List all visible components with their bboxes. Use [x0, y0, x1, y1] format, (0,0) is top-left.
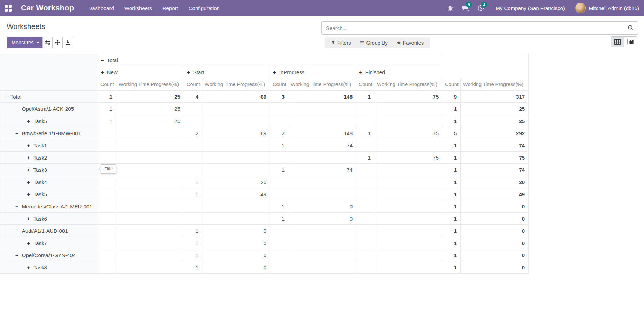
- collapse-icon[interactable]: −: [15, 106, 18, 112]
- pivot-measure-header[interactable]: Count: [442, 78, 461, 91]
- pivot-cell: [288, 249, 356, 261]
- pivot-row-header[interactable]: −Opel/Corsa/1-SYN-404: [0, 249, 98, 261]
- search-input[interactable]: [322, 25, 628, 31]
- expand-icon[interactable]: +: [27, 155, 30, 161]
- collapse-icon[interactable]: −: [4, 94, 7, 100]
- pivot-col-group-new[interactable]: +New: [98, 66, 184, 78]
- pivot-cell: [116, 127, 184, 139]
- pivot-view-button[interactable]: [611, 36, 624, 47]
- expand-icon[interactable]: +: [27, 167, 30, 173]
- pivot-cell: [98, 261, 116, 274]
- collapse-icon[interactable]: −: [15, 130, 18, 136]
- pivot-row-header[interactable]: +Task2: [0, 152, 98, 164]
- pivot-cell: [374, 200, 442, 213]
- pivot-col-group-finished[interactable]: +Finished: [356, 66, 442, 78]
- pivot-cell: [374, 103, 442, 115]
- pivot-measure-header[interactable]: Count: [98, 78, 116, 91]
- pivot-row-header[interactable]: +Task5: [0, 115, 98, 127]
- pivot-cell: 292: [461, 127, 529, 139]
- debug-bug-icon[interactable]: [443, 0, 457, 16]
- messages-badge: 9: [466, 2, 472, 8]
- pivot-row-header[interactable]: −Mercedes/Class A/1-MER-001: [0, 200, 98, 213]
- pivot-row-header[interactable]: +Task5: [0, 188, 98, 200]
- pivot-cell: 0: [461, 200, 529, 213]
- group-by-button[interactable]: Group By: [355, 37, 392, 48]
- expand-icon[interactable]: +: [27, 191, 30, 197]
- pivot-cell: [98, 127, 116, 139]
- pivot-cell: 5: [442, 127, 461, 139]
- pivot-row-header[interactable]: −Audi/A1/1-AUD-001: [0, 225, 98, 237]
- pivot-cell: [356, 249, 374, 261]
- expand-icon[interactable]: +: [27, 216, 30, 222]
- expand-icon[interactable]: +: [27, 179, 30, 185]
- pivot-grid-icon: [614, 39, 621, 45]
- nav-menu-item-configuration[interactable]: Configuration: [183, 0, 225, 16]
- pivot-row-header[interactable]: −Total: [0, 91, 98, 103]
- pivot-measure-header[interactable]: Working Time Progress(%): [202, 78, 270, 91]
- pivot-row-header[interactable]: +Task6: [0, 213, 98, 225]
- pivot-measure-header[interactable]: Count: [184, 78, 202, 91]
- favorites-button[interactable]: ★ Favorites: [392, 37, 428, 48]
- graph-view-button[interactable]: [624, 36, 637, 47]
- user-menu[interactable]: Mitchell Admin (db15): [575, 3, 639, 13]
- pivot-measure-header[interactable]: Working Time Progress(%): [374, 78, 442, 91]
- expand-icon[interactable]: +: [27, 143, 30, 148]
- measures-button[interactable]: Measures: [7, 37, 44, 48]
- row-label: Bmw/Serie 1/1-BMW-001: [22, 130, 81, 136]
- pivot-cell: [202, 139, 270, 152]
- expand-icon[interactable]: +: [27, 118, 30, 124]
- download-button[interactable]: [62, 37, 73, 48]
- pivot-cell: [116, 213, 184, 225]
- pivot-row-header[interactable]: +Task4: [0, 176, 98, 188]
- expand-all-button[interactable]: [52, 37, 63, 48]
- collapse-icon[interactable]: −: [15, 252, 18, 258]
- col-group-label: Total: [107, 57, 118, 63]
- pivot-cell: 2: [270, 127, 288, 139]
- pivot-row-header[interactable]: +Task1: [0, 139, 98, 152]
- nav-menu-item-report[interactable]: Report: [157, 0, 183, 16]
- pivot-corner-header: [0, 54, 98, 91]
- collapse-icon[interactable]: −: [15, 204, 18, 209]
- pivot-col-group-total[interactable]: −Total: [98, 54, 442, 66]
- pivot-col-group-start[interactable]: +Start: [184, 66, 270, 78]
- activities-clock-icon[interactable]: 4: [474, 0, 488, 16]
- pivot-cell: 1: [98, 103, 116, 115]
- pivot-cell: [356, 200, 374, 213]
- pivot-cell: 1: [184, 237, 202, 249]
- pivot-row-header[interactable]: +Task8: [0, 261, 98, 274]
- pivot-row-header[interactable]: +Task7: [0, 237, 98, 249]
- pivot-row-header[interactable]: −Opel/Astra/1-ACK-205: [0, 103, 98, 115]
- flip-axis-button[interactable]: [42, 37, 53, 48]
- apps-menu-icon[interactable]: [0, 0, 16, 16]
- collapse-icon[interactable]: −: [15, 228, 18, 234]
- pivot-row: +Task5125125: [0, 115, 529, 127]
- pivot-measure-header[interactable]: Working Time Progress(%): [116, 78, 184, 91]
- pivot-cell: 148: [288, 127, 356, 139]
- pivot-cell: [202, 213, 270, 225]
- pivot-cell: 74: [288, 164, 356, 176]
- pivot-cell: [270, 225, 288, 237]
- filters-button[interactable]: Filters: [327, 37, 355, 48]
- pivot-row-header[interactable]: +Task3: [0, 164, 98, 176]
- nav-menu-item-worksheets[interactable]: Worksheets: [119, 0, 157, 16]
- nav-menu-item-dashboard[interactable]: Dashboard: [83, 0, 119, 16]
- pivot-measure-header[interactable]: Count: [356, 78, 374, 91]
- pivot-col-group-inprogress[interactable]: +InProgress: [270, 66, 356, 78]
- pivot-cell: [184, 152, 202, 164]
- pivot-cell: [288, 103, 356, 115]
- pivot-cell: [288, 261, 356, 274]
- search-icon[interactable]: [628, 25, 638, 31]
- pivot-cell: [356, 261, 374, 274]
- pivot-row: +Task61010: [0, 213, 529, 225]
- pivot-cell: [98, 139, 116, 152]
- pivot-measure-header[interactable]: Working Time Progress(%): [288, 78, 356, 91]
- expand-icon[interactable]: +: [27, 265, 30, 270]
- expand-icon[interactable]: +: [27, 240, 30, 246]
- pivot-measure-header[interactable]: Working Time Progress(%): [461, 78, 529, 91]
- pivot-measure-header[interactable]: Count: [270, 78, 288, 91]
- pivot-row-header[interactable]: −Bmw/Serie 1/1-BMW-001: [0, 127, 98, 139]
- pivot-cell: 1: [356, 91, 374, 103]
- company-menu[interactable]: My Company (San Francisco): [489, 5, 574, 11]
- messages-icon[interactable]: 9: [459, 0, 472, 16]
- pivot-cell: [184, 115, 202, 127]
